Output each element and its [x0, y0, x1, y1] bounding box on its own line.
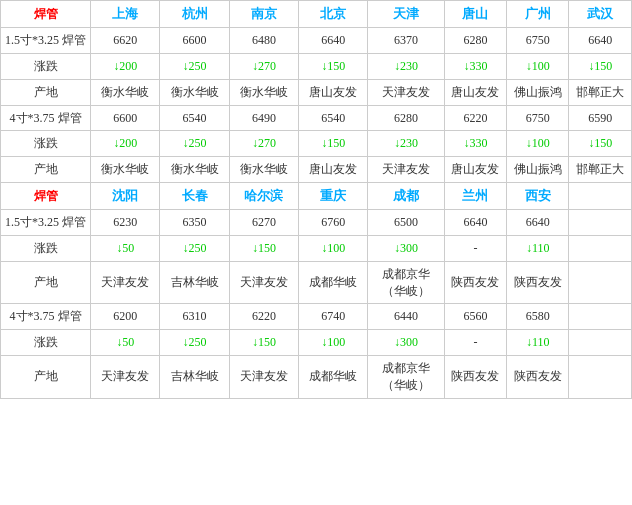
p1-wuhan: 6640 [569, 28, 632, 54]
s2ch1-lanzhou: - [444, 235, 506, 261]
ch1-tianjin: ↓230 [368, 53, 444, 79]
s2-origin1-label: 产地 [1, 261, 91, 304]
s2or2-chongqing: 成都华岐 [299, 355, 368, 398]
s2ch2-harbin: ↓150 [229, 330, 298, 356]
ch2-tianjin: ↓230 [368, 131, 444, 157]
s2or1-xian: 陕西友发 [507, 261, 569, 304]
city-tangshan: 唐山 [444, 1, 506, 28]
or1-guangzhou: 佛山振鸿 [507, 79, 569, 105]
ch2-guangzhou: ↓100 [507, 131, 569, 157]
or1-nanjing: 衡水华岐 [229, 79, 298, 105]
or2-tangshan: 唐山友发 [444, 157, 506, 183]
s2or2-xian: 陕西友发 [507, 355, 569, 398]
s2p1-changchun: 6350 [160, 210, 229, 236]
s2-product-4-label: 4寸*3.75 焊管 [1, 304, 91, 330]
s2or2-changchun: 吉林华岐 [160, 355, 229, 398]
p1-tianjin: 6370 [368, 28, 444, 54]
p1-nanjing: 6480 [229, 28, 298, 54]
s2ch2-chengdu: ↓300 [368, 330, 444, 356]
p1-shanghai: 6620 [91, 28, 160, 54]
s2ch1-shenyang: ↓50 [91, 235, 160, 261]
s2or1-empty [569, 261, 632, 304]
s2or2-lanzhou: 陕西友发 [444, 355, 506, 398]
s2-change1-label: 涨跌 [1, 235, 91, 261]
ch1-wuhan: ↓150 [569, 53, 632, 79]
s2ch1-changchun: ↓250 [160, 235, 229, 261]
p1-beijing: 6640 [299, 28, 368, 54]
or1-wuhan: 邯郸正大 [569, 79, 632, 105]
s2or1-shenyang: 天津友发 [91, 261, 160, 304]
product-1-5-3-25-label: 1.5寸*3.25 焊管 [1, 28, 91, 54]
s2p2-harbin: 6220 [229, 304, 298, 330]
row-s2-change2: 涨跌 ↓50 ↓250 ↓150 ↓100 ↓300 - ↓110 [1, 330, 632, 356]
row-s2-item1: 1.5寸*3.25 焊管 6230 6350 6270 6760 6500 66… [1, 210, 632, 236]
or2-nanjing: 衡水华岐 [229, 157, 298, 183]
s2p1-lanzhou: 6640 [444, 210, 506, 236]
or2-shanghai: 衡水华岐 [91, 157, 160, 183]
s2p2-lanzhou: 6560 [444, 304, 506, 330]
ch2-shanghai: ↓200 [91, 131, 160, 157]
p1-guangzhou: 6750 [507, 28, 569, 54]
p1-tangshan: 6280 [444, 28, 506, 54]
s2or2-empty [569, 355, 632, 398]
s2ch1-chengdu: ↓300 [368, 235, 444, 261]
section1-product-label: 焊管 [34, 7, 58, 21]
or1-shanghai: 衡水华岐 [91, 79, 160, 105]
p2-shanghai: 6600 [91, 105, 160, 131]
p2-guangzhou: 6750 [507, 105, 569, 131]
city-hangzhou: 杭州 [160, 1, 229, 28]
s2p2-chongqing: 6740 [299, 304, 368, 330]
p2-nanjing: 6490 [229, 105, 298, 131]
ch2-tangshan: ↓330 [444, 131, 506, 157]
p2-tangshan: 6220 [444, 105, 506, 131]
city-nanjing: 南京 [229, 1, 298, 28]
s2-change2-label: 涨跌 [1, 330, 91, 356]
or1-tianjin: 天津友发 [368, 79, 444, 105]
s2ch2-empty [569, 330, 632, 356]
s2or2-shenyang: 天津友发 [91, 355, 160, 398]
p1-hangzhou: 6600 [160, 28, 229, 54]
s2-origin2-label: 产地 [1, 355, 91, 398]
ch2-hangzhou: ↓250 [160, 131, 229, 157]
s2or1-lanzhou: 陕西友发 [444, 261, 506, 304]
s2p1-xian: 6640 [507, 210, 569, 236]
city-changchun: 长春 [160, 182, 229, 209]
city-xian: 西安 [507, 182, 569, 209]
s2or1-changchun: 吉林华岐 [160, 261, 229, 304]
or2-wuhan: 邯郸正大 [569, 157, 632, 183]
ch1-guangzhou: ↓100 [507, 53, 569, 79]
row-s1-change2: 涨跌 ↓200 ↓250 ↓270 ↓150 ↓230 ↓330 ↓100 ↓1… [1, 131, 632, 157]
p2-hangzhou: 6540 [160, 105, 229, 131]
section1-header: 焊管 上海 杭州 南京 北京 天津 唐山 广州 武汉 [1, 1, 632, 28]
p2-tianjin: 6280 [368, 105, 444, 131]
s2p2-changchun: 6310 [160, 304, 229, 330]
row-s2-origin1: 产地 天津友发 吉林华岐 天津友发 成都华岐 成都京华（华岐） 陕西友发 陕西友… [1, 261, 632, 304]
section2-product-label: 焊管 [34, 189, 58, 203]
row-s1-change1: 涨跌 ↓200 ↓250 ↓270 ↓150 ↓230 ↓330 ↓100 ↓1… [1, 53, 632, 79]
s2or2-harbin: 天津友发 [229, 355, 298, 398]
s2ch2-changchun: ↓250 [160, 330, 229, 356]
s2p2-chengdu: 6440 [368, 304, 444, 330]
or2-tianjin: 天津友发 [368, 157, 444, 183]
s2p2-shenyang: 6200 [91, 304, 160, 330]
ch2-nanjing: ↓270 [229, 131, 298, 157]
city-harbin: 哈尔滨 [229, 182, 298, 209]
s2ch1-xian: ↓110 [507, 235, 569, 261]
price-table: 焊管 上海 杭州 南京 北京 天津 唐山 广州 武汉 1.5寸*3.25 焊管 … [0, 0, 632, 399]
s2ch1-chongqing: ↓100 [299, 235, 368, 261]
or1-hangzhou: 衡水华岐 [160, 79, 229, 105]
row-s2-origin2: 产地 天津友发 吉林华岐 天津友发 成都华岐 成都京华（华岐） 陕西友发 陕西友… [1, 355, 632, 398]
s2or1-chengdu: 成都京华（华岐） [368, 261, 444, 304]
p2-wuhan: 6590 [569, 105, 632, 131]
s2or2-chengdu: 成都京华（华岐） [368, 355, 444, 398]
or2-hangzhou: 衡水华岐 [160, 157, 229, 183]
s2p2-empty [569, 304, 632, 330]
p2-beijing: 6540 [299, 105, 368, 131]
product-4-3-75-label: 4寸*3.75 焊管 [1, 105, 91, 131]
s2ch2-lanzhou: - [444, 330, 506, 356]
section2-header: 焊管 沈阳 长春 哈尔滨 重庆 成都 兰州 西安 [1, 182, 632, 209]
row-s2-change1: 涨跌 ↓50 ↓250 ↓150 ↓100 ↓300 - ↓110 [1, 235, 632, 261]
city-chongqing: 重庆 [299, 182, 368, 209]
or2-guangzhou: 佛山振鸿 [507, 157, 569, 183]
s2or1-chongqing: 成都华岐 [299, 261, 368, 304]
